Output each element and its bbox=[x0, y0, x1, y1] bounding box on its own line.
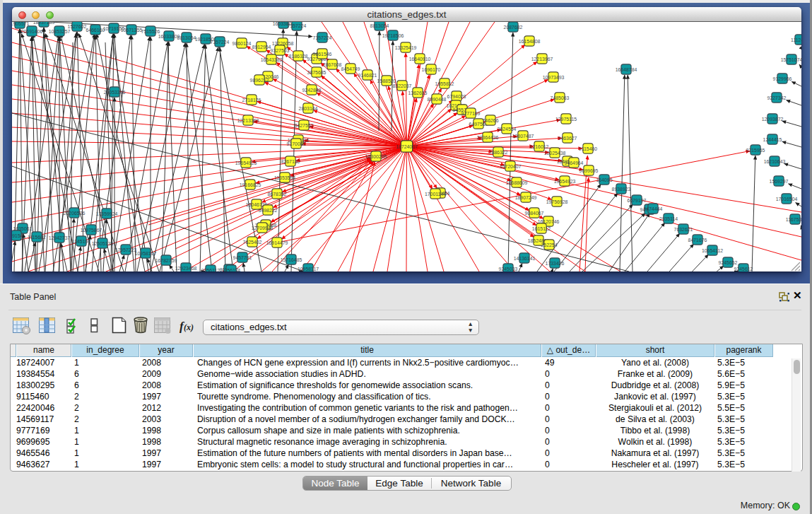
svg-text:9860124: 9860124 bbox=[233, 41, 252, 46]
svg-text:6466160: 6466160 bbox=[86, 28, 105, 33]
svg-text:39154: 39154 bbox=[12, 233, 23, 238]
svg-text:12923468: 12923468 bbox=[175, 266, 197, 271]
svg-text:1569297: 1569297 bbox=[770, 179, 789, 184]
svg-text:17957223: 17957223 bbox=[115, 247, 137, 252]
svg-text:1244415: 1244415 bbox=[763, 137, 782, 142]
svg-text:7357224: 7357224 bbox=[211, 40, 230, 45]
svg-text:9777169: 9777169 bbox=[461, 111, 481, 116]
svg-text:9129966: 9129966 bbox=[773, 76, 792, 81]
svg-text:(x): (x) bbox=[184, 322, 194, 332]
svg-text:7485063: 7485063 bbox=[551, 95, 570, 100]
svg-text:8186328: 8186328 bbox=[289, 54, 308, 59]
svg-text:19654923: 19654923 bbox=[554, 179, 576, 184]
svg-text:10688609: 10688609 bbox=[506, 180, 528, 185]
svg-text:15720407: 15720407 bbox=[500, 164, 522, 169]
svg-text:18724007: 18724007 bbox=[396, 144, 418, 149]
svg-text:7625402: 7625402 bbox=[243, 240, 262, 245]
svg-text:3498222: 3498222 bbox=[259, 208, 278, 213]
svg-text:1145194: 1145194 bbox=[72, 239, 90, 244]
svg-text:9457791: 9457791 bbox=[233, 255, 252, 260]
svg-text:10958117: 10958117 bbox=[298, 267, 319, 271]
svg-text:16543382: 16543382 bbox=[261, 57, 283, 62]
svg-text:7357224: 7357224 bbox=[313, 35, 332, 40]
svg-text:9115460: 9115460 bbox=[579, 146, 597, 151]
svg-text:16640910: 16640910 bbox=[409, 57, 431, 62]
svg-text:9245652: 9245652 bbox=[719, 260, 738, 265]
svg-text:3875685: 3875685 bbox=[307, 70, 326, 75]
svg-text:13325419: 13325419 bbox=[395, 45, 417, 50]
svg-text:1527602: 1527602 bbox=[68, 24, 87, 29]
svg-text:8990448: 8990448 bbox=[428, 97, 447, 102]
svg-text:7632621: 7632621 bbox=[674, 227, 693, 232]
svg-text:12709948: 12709948 bbox=[252, 226, 273, 230]
svg-text:19218506: 19218506 bbox=[382, 33, 404, 38]
svg-text:8322037: 8322037 bbox=[393, 83, 412, 88]
svg-text:10975867: 10975867 bbox=[81, 228, 102, 233]
svg-text:7357224: 7357224 bbox=[288, 23, 307, 28]
svg-text:17001144: 17001144 bbox=[425, 192, 446, 197]
svg-text:12213369: 12213369 bbox=[237, 118, 259, 123]
svg-text:8471676: 8471676 bbox=[688, 238, 707, 243]
svg-text:9356112: 9356112 bbox=[201, 268, 220, 271]
svg-text:19166825: 19166825 bbox=[240, 182, 261, 187]
svg-text:18937189: 18937189 bbox=[33, 22, 55, 25]
svg-text:746266: 746266 bbox=[483, 118, 499, 123]
svg-text:9242848: 9242848 bbox=[302, 88, 322, 93]
svg-text:16648784: 16648784 bbox=[616, 67, 637, 72]
svg-text:10807487: 10807487 bbox=[512, 134, 534, 139]
svg-text:9245033: 9245033 bbox=[499, 267, 518, 271]
svg-text:19654925: 19654925 bbox=[235, 160, 257, 165]
svg-text:20364436: 20364436 bbox=[477, 135, 499, 140]
svg-text:9084067: 9084067 bbox=[525, 211, 544, 216]
svg-text:9699695: 9699695 bbox=[579, 168, 599, 173]
svg-text:8454749: 8454749 bbox=[341, 66, 360, 71]
svg-text:12942737: 12942737 bbox=[49, 235, 71, 240]
svg-text:164095: 164095 bbox=[596, 177, 613, 182]
svg-text:15716485: 15716485 bbox=[281, 257, 302, 262]
svg-text:1955812: 1955812 bbox=[435, 81, 454, 86]
svg-text:9896212: 9896212 bbox=[250, 78, 269, 83]
svg-text:9327503: 9327503 bbox=[271, 48, 290, 53]
svg-text:10671355: 10671355 bbox=[121, 28, 143, 33]
svg-text:1362615: 1362615 bbox=[408, 90, 428, 95]
svg-text:1905571: 1905571 bbox=[12, 22, 30, 26]
svg-text:10958107: 10958107 bbox=[135, 251, 157, 256]
svg-text:9474444: 9474444 bbox=[644, 206, 663, 211]
svg-text:252254: 252254 bbox=[541, 243, 558, 247]
svg-text:15751074: 15751074 bbox=[781, 57, 801, 62]
svg-text:12213967: 12213967 bbox=[531, 57, 553, 62]
svg-text:8215955: 8215955 bbox=[746, 148, 765, 153]
svg-text:9245612: 9245612 bbox=[734, 267, 753, 271]
svg-text:8813054: 8813054 bbox=[370, 23, 389, 28]
svg-text:8267130: 8267130 bbox=[281, 159, 300, 164]
svg-text:20691406: 20691406 bbox=[21, 29, 43, 34]
svg-text:11353594: 11353594 bbox=[274, 175, 295, 180]
svg-text:2087682: 2087682 bbox=[504, 25, 523, 30]
svg-text:10853257: 10853257 bbox=[49, 29, 71, 34]
svg-text:1167533: 1167533 bbox=[786, 217, 801, 222]
svg-text:2867608: 2867608 bbox=[323, 62, 342, 67]
svg-text:8938923: 8938923 bbox=[612, 187, 631, 192]
svg-text:8427552: 8427552 bbox=[295, 123, 314, 128]
svg-text:6216012: 6216012 bbox=[530, 144, 549, 149]
svg-text:12975115: 12975115 bbox=[555, 117, 577, 122]
svg-text:8912954: 8912954 bbox=[252, 45, 271, 49]
svg-text:18907249: 18907249 bbox=[515, 195, 537, 200]
svg-text:8678352: 8678352 bbox=[268, 192, 287, 197]
svg-text:9463627: 9463627 bbox=[558, 136, 577, 141]
svg-text:1115682: 1115682 bbox=[28, 235, 46, 240]
svg-text:7886322: 7886322 bbox=[489, 150, 508, 155]
svg-text:1696170: 1696170 bbox=[422, 67, 441, 72]
svg-text:1733426: 1733426 bbox=[546, 261, 565, 266]
svg-text:6794028: 6794028 bbox=[447, 94, 466, 99]
svg-text:10973493: 10973493 bbox=[543, 75, 565, 80]
svg-text:2935114: 2935114 bbox=[659, 216, 678, 221]
svg-text:7515526: 7515526 bbox=[141, 29, 160, 34]
svg-text:20206536: 20206536 bbox=[64, 211, 86, 216]
svg-text:9227342: 9227342 bbox=[767, 95, 787, 100]
svg-text:16782759: 16782759 bbox=[155, 258, 177, 263]
svg-text:12505135: 12505135 bbox=[92, 241, 114, 246]
svg-text:2803144: 2803144 bbox=[299, 106, 318, 111]
svg-text:6679197: 6679197 bbox=[628, 198, 647, 203]
svg-text:8813054: 8813054 bbox=[177, 35, 196, 40]
